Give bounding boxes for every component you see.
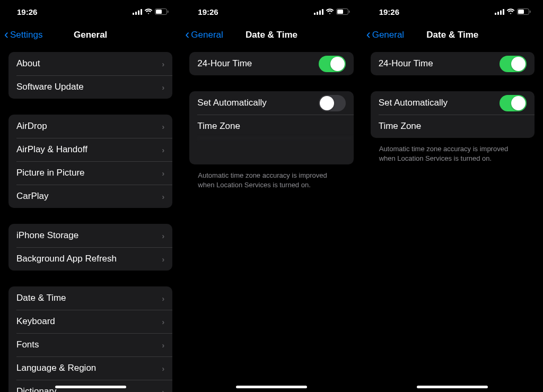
- row-24-hour-time: 24-Hour Time: [371, 52, 535, 75]
- toggle-knob: [511, 57, 526, 71]
- chevron-right-icon: ›: [162, 341, 164, 350]
- chevron-right-icon: ›: [162, 83, 164, 92]
- back-button[interactable]: ‹ General: [181, 30, 223, 41]
- wifi-icon: [506, 8, 515, 15]
- row-label: About: [16, 58, 40, 69]
- group-about: About› Software Update›: [8, 52, 172, 99]
- svg-rect-1: [135, 12, 137, 15]
- group-timezone: Set Automatically Time Zone: [371, 91, 535, 138]
- toggle-24-hour[interactable]: [319, 56, 346, 72]
- battery-icon: [517, 8, 531, 15]
- content: 24-Hour Time Set Automatically Time Zone…: [362, 47, 543, 163]
- svg-rect-15: [497, 12, 499, 15]
- toggle-set-auto[interactable]: [500, 95, 527, 111]
- svg-rect-5: [156, 10, 162, 14]
- svg-rect-17: [503, 9, 504, 15]
- row-carplay[interactable]: CarPlay›: [8, 185, 172, 208]
- back-label: General: [191, 30, 223, 40]
- status-time: 19:26: [379, 7, 399, 16]
- toggle-knob: [330, 57, 345, 71]
- row-24-hour-time: 24-Hour Time: [189, 52, 353, 75]
- screen-datetime-off: 19:26 ‹ General Date & Time 24-Hour Time…: [181, 0, 362, 392]
- row-keyboard[interactable]: Keyboard›: [8, 310, 172, 333]
- svg-rect-3: [141, 9, 142, 15]
- row-set-automatically: Set Automatically: [189, 91, 353, 115]
- row-label: CarPlay: [16, 191, 48, 202]
- nav-bar: ‹ General Date & Time: [362, 23, 543, 47]
- content: 24-Hour Time Set Automatically Time Zone…: [181, 47, 362, 190]
- cellular-icon: [314, 9, 323, 15]
- home-indicator[interactable]: [55, 386, 126, 388]
- nav-bar: ‹ Settings General: [0, 23, 181, 47]
- status-bar: 19:26: [362, 0, 543, 23]
- row-time-zone[interactable]: Time Zone: [371, 115, 535, 138]
- battery-icon: [155, 8, 169, 15]
- chevron-right-icon: ›: [162, 169, 164, 178]
- nav-bar: ‹ General Date & Time: [181, 23, 362, 47]
- group-24hour: 24-Hour Time: [189, 52, 353, 75]
- status-time: 19:26: [17, 7, 37, 16]
- svg-rect-20: [530, 11, 531, 13]
- status-indicators: [133, 8, 169, 15]
- group-storage: iPhone Storage› Background App Refresh›: [8, 224, 172, 271]
- svg-rect-2: [138, 10, 139, 15]
- row-language-region[interactable]: Language & Region›: [8, 356, 172, 380]
- svg-rect-9: [319, 10, 321, 15]
- svg-rect-6: [168, 11, 169, 13]
- home-indicator[interactable]: [236, 386, 307, 388]
- chevron-right-icon: ›: [162, 145, 164, 154]
- chevron-right-icon: ›: [162, 231, 164, 240]
- back-button[interactable]: ‹ Settings: [0, 30, 42, 41]
- row-label: Date & Time: [16, 293, 66, 303]
- svg-rect-13: [349, 11, 350, 13]
- row-label: Software Update: [16, 82, 84, 92]
- toggle-knob: [320, 96, 334, 110]
- row-iphone-storage[interactable]: iPhone Storage›: [8, 224, 172, 247]
- row-time-zone[interactable]: Time Zone: [189, 115, 353, 138]
- row-about[interactable]: About›: [8, 52, 172, 75]
- row-label: Time Zone: [197, 121, 240, 132]
- back-label: Settings: [10, 30, 42, 40]
- toggle-knob: [511, 96, 526, 110]
- toggle-24-hour[interactable]: [500, 56, 527, 72]
- battery-icon: [336, 8, 351, 15]
- wifi-icon: [144, 8, 153, 15]
- row-label: Time Zone: [379, 121, 422, 132]
- chevron-right-icon: ›: [162, 192, 164, 201]
- status-indicators: [495, 8, 531, 15]
- wifi-icon: [326, 8, 334, 15]
- chevron-left-icon: ‹: [185, 28, 189, 41]
- back-button[interactable]: ‹ General: [362, 30, 404, 41]
- row-label: 24-Hour Time: [379, 58, 433, 69]
- row-software-update[interactable]: Software Update›: [8, 75, 172, 99]
- row-fonts[interactable]: Fonts›: [8, 333, 172, 356]
- status-bar: 19:26: [0, 0, 181, 23]
- row-airdrop[interactable]: AirDrop›: [8, 115, 172, 138]
- screen-datetime-on: 19:26 ‹ General Date & Time 24-Hour Time…: [362, 0, 543, 392]
- screen-general: 19:26 ‹ Settings General About› Software…: [0, 0, 181, 392]
- cellular-icon: [133, 9, 142, 15]
- group-datetime: Date & Time› Keyboard› Fonts› Language &…: [8, 286, 172, 392]
- row-airplay-handoff[interactable]: AirPlay & Handoff›: [8, 138, 172, 161]
- row-background-app-refresh[interactable]: Background App Refresh›: [8, 247, 172, 271]
- chevron-right-icon: ›: [162, 364, 164, 373]
- footer-text: Automatic time zone accuracy is improved…: [189, 168, 353, 190]
- cellular-icon: [495, 9, 504, 15]
- row-label: Set Automatically: [379, 98, 448, 108]
- chevron-right-icon: ›: [162, 122, 164, 131]
- group-24hour: 24-Hour Time: [371, 52, 535, 75]
- chevron-right-icon: ›: [162, 387, 164, 393]
- row-label: AirDrop: [16, 121, 47, 132]
- chevron-left-icon: ‹: [4, 28, 8, 41]
- row-picture-in-picture[interactable]: Picture in Picture›: [8, 161, 172, 185]
- toggle-set-auto[interactable]: [319, 95, 346, 111]
- row-set-automatically: Set Automatically: [371, 91, 535, 115]
- row-label: Background App Refresh: [16, 254, 117, 264]
- home-indicator[interactable]: [417, 386, 488, 388]
- status-time: 19:26: [198, 7, 218, 16]
- group-airdrop: AirDrop› AirPlay & Handoff› Picture in P…: [8, 115, 172, 208]
- row-date-time[interactable]: Date & Time›: [8, 286, 172, 310]
- row-label: Picture in Picture: [16, 168, 85, 178]
- row-date-picker[interactable]: [189, 138, 353, 164]
- svg-rect-14: [495, 13, 496, 15]
